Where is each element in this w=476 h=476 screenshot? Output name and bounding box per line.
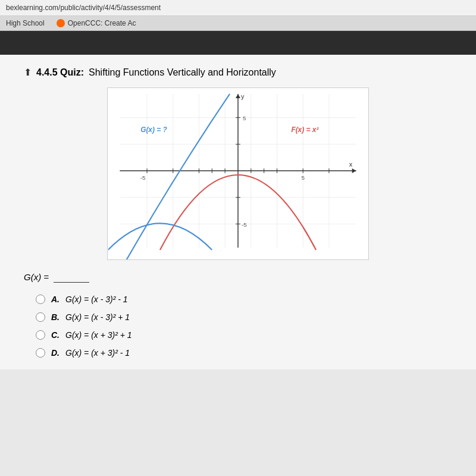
radio-a[interactable]	[36, 295, 45, 304]
svg-text:5: 5	[301, 174, 305, 181]
browser-tabs: High School OpenCCC: Create Ac	[0, 16, 476, 31]
option-a[interactable]: A. G(x) = (x - 3)² - 1	[36, 295, 452, 304]
quiz-title-text: Shifting Functions Vertically and Horizo…	[89, 67, 276, 78]
radio-d[interactable]	[36, 348, 45, 358]
app-header	[0, 31, 476, 55]
option-b-text: G(x) = (x - 3)² + 1	[65, 312, 130, 322]
option-d-text: G(x) = (x + 3)² - 1	[65, 348, 130, 358]
upload-icon: ⬆	[24, 67, 32, 78]
answer-blank	[54, 272, 89, 283]
svg-text:-5: -5	[140, 174, 146, 181]
quiz-container: ⬆ 4.4.5 Quiz: Shifting Functions Vertica…	[0, 55, 476, 369]
radio-c[interactable]	[36, 330, 45, 340]
tab-openccc[interactable]: OpenCCC: Create Ac	[57, 19, 136, 27]
tab-openccc-label: OpenCCC: Create Ac	[68, 19, 136, 27]
option-a-text: G(x) = (x - 3)² - 1	[65, 295, 128, 304]
answer-options: A. G(x) = (x - 3)² - 1 B. G(x) = (x - 3)…	[36, 295, 452, 358]
openccc-icon	[57, 19, 65, 27]
quiz-title: ⬆ 4.4.5 Quiz: Shifting Functions Vertica…	[24, 67, 452, 78]
browser-url-bar: bexlearning.com/public/activity/4/4/5/as…	[0, 0, 476, 16]
svg-text:G(x) = ?: G(x) = ?	[140, 126, 167, 134]
svg-text:x: x	[349, 161, 353, 168]
tab-highschool[interactable]: High School	[6, 19, 45, 27]
option-a-letter: A.	[51, 295, 60, 304]
option-b[interactable]: B. G(x) = (x - 3)² + 1	[36, 312, 452, 322]
radio-b[interactable]	[36, 312, 45, 322]
option-d-letter: D.	[51, 348, 60, 358]
option-c[interactable]: C. G(x) = (x + 3)² + 1	[36, 330, 452, 340]
quiz-title-number: 4.4.5 Quiz:	[36, 67, 84, 78]
svg-text:y: y	[241, 93, 245, 100]
svg-text:-5: -5	[242, 221, 247, 228]
tab-highschool-label: High School	[6, 19, 45, 27]
question-text: G(x) =	[24, 272, 49, 282]
option-d[interactable]: D. G(x) = (x + 3)² - 1	[36, 348, 452, 358]
url-text: bexlearning.com/public/activity/4/4/5/as…	[6, 4, 161, 12]
option-b-letter: B.	[51, 312, 60, 322]
graph-area: x y -5 5 5 -5 G(x) = ?	[107, 87, 369, 260]
option-c-letter: C.	[51, 330, 60, 340]
svg-text:5: 5	[243, 115, 246, 121]
svg-text:F(x) = x²: F(x) = x²	[291, 126, 319, 134]
graph-svg: x y -5 5 5 -5 G(x) = ?	[108, 88, 368, 259]
question-line: G(x) =	[24, 272, 452, 283]
option-c-text: G(x) = (x + 3)² + 1	[65, 330, 132, 340]
